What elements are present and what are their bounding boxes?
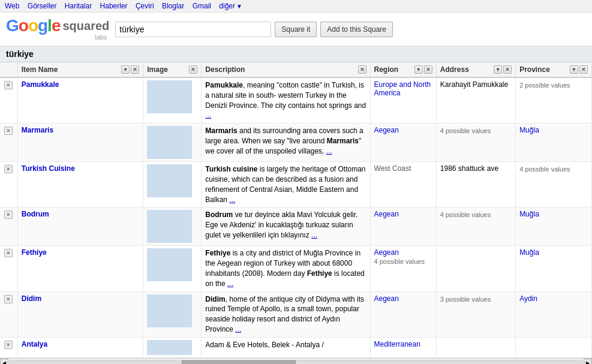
region-value[interactable]: Mediterranean: [374, 340, 420, 348]
nav-bloglar[interactable]: Bloglar: [162, 2, 184, 10]
th-province: Province ▼ ✕: [516, 62, 592, 77]
description-cell: Fethiye is a city and district of Muğla …: [202, 246, 370, 291]
possible-values[interactable]: 4 possible values: [374, 258, 432, 265]
row-delete-button[interactable]: ✕: [4, 165, 13, 173]
item-name-bold: Pamukkale: [205, 81, 243, 89]
description-more-link[interactable]: ...: [227, 279, 233, 288]
image-cell: [143, 162, 202, 207]
possible-values[interactable]: 4 possible values: [440, 127, 512, 134]
possible-values[interactable]: 3 possible values: [440, 296, 512, 303]
possible-values[interactable]: 4 possible values: [440, 211, 512, 218]
th-item-name: Item Name ▼ ✕: [17, 62, 143, 77]
region-cell: Mediterranean: [370, 337, 436, 357]
nav-ceviri[interactable]: Çeviri: [136, 2, 154, 10]
province-value[interactable]: Muğla: [519, 126, 539, 134]
region-cell: Aegean: [370, 291, 436, 337]
logo-labs: labs: [95, 34, 107, 41]
province-cell: Aydin: [516, 291, 592, 337]
row-delete-button[interactable]: ✕: [4, 249, 13, 257]
th-address-label: Address: [440, 65, 469, 74]
th-address: Address ▼ ✕: [436, 62, 515, 77]
logo-google: Google: [6, 17, 60, 34]
region-value[interactable]: Aegean: [374, 126, 399, 134]
item-name-remove-icon[interactable]: ✕: [131, 65, 139, 74]
province-remove-icon[interactable]: ✕: [579, 65, 588, 74]
item-image: [147, 294, 192, 327]
table-header-row: Item Name ▼ ✕ Image ✕ Description ✕: [0, 62, 592, 77]
region-sort-icon[interactable]: ▼: [414, 65, 423, 74]
region-value[interactable]: Europe and North America: [374, 80, 431, 97]
nav-web[interactable]: Web: [5, 2, 19, 10]
description-more-link[interactable]: ...: [326, 147, 332, 155]
row-delete-button[interactable]: ✕: [4, 210, 13, 219]
region-value[interactable]: Aegean: [374, 210, 399, 218]
scroll-left-button[interactable]: ◀: [0, 359, 8, 364]
item-name-sort-icon[interactable]: ▼: [121, 65, 130, 74]
region-value[interactable]: Aegean: [374, 248, 399, 257]
description-text: Pamukkale, meaning "cotton castle" in Tu…: [205, 81, 366, 119]
address-cell: Karahayit Pamukkale: [436, 77, 515, 124]
region-cell: Europe and North America: [370, 77, 436, 124]
item-name-cell[interactable]: Didim: [17, 291, 143, 337]
row-delete-button[interactable]: ✕: [4, 81, 13, 89]
address-cell: [436, 246, 515, 291]
table-row: ✕ Antalya Adam & Eve Hotels, Belek - Ant…: [0, 337, 592, 357]
region-cell: West Coast: [370, 162, 436, 207]
possible-values[interactable]: 4 possible values: [519, 166, 588, 173]
row-delete-button[interactable]: ✕: [4, 127, 13, 135]
row-delete-button[interactable]: ✕: [4, 295, 13, 303]
description-more-link[interactable]: ...: [205, 111, 211, 119]
address-sort-icon[interactable]: ▼: [494, 65, 502, 74]
address-remove-icon[interactable]: ✕: [503, 65, 512, 74]
description-cell: Marmaris and its surrounding area covers…: [202, 124, 370, 162]
search-input[interactable]: [115, 22, 271, 37]
item-name-cell[interactable]: Pamukkale: [17, 77, 143, 124]
description-cell: Didim, home of the antique city of Didym…: [202, 291, 370, 337]
horizontal-scrollbar: ◀ ▶: [0, 358, 592, 364]
possible-values[interactable]: 2 possible values: [519, 82, 588, 89]
nav-gorseller[interactable]: Görseller: [28, 2, 57, 10]
row-delete-cell: ✕: [0, 246, 17, 291]
description-more-link[interactable]: ...: [235, 325, 241, 333]
table-row: ✕ Turkish Cuisine Turkish cuisine is lar…: [0, 162, 592, 207]
image-cell: [143, 124, 202, 162]
item-name-cell[interactable]: Bodrum: [17, 207, 143, 246]
scroll-thumb[interactable]: [182, 360, 296, 364]
province-cell: Muğla: [516, 207, 592, 246]
scroll-right-button[interactable]: ▶: [584, 359, 592, 364]
row-delete-cell: ✕: [0, 124, 17, 162]
item-name-bold: Didim: [205, 295, 225, 303]
scroll-track[interactable]: [10, 360, 582, 364]
item-image: [147, 248, 192, 281]
province-value[interactable]: Muğla: [519, 210, 539, 218]
region-remove-icon[interactable]: ✕: [424, 65, 432, 74]
description-more-link[interactable]: ...: [311, 231, 317, 239]
item-name-cell[interactable]: Marmaris: [17, 124, 143, 162]
item-name-cell[interactable]: Antalya: [17, 337, 143, 357]
row-delete-button[interactable]: ✕: [4, 341, 13, 349]
nav-diger[interactable]: diğer ▼: [219, 2, 242, 10]
table-row: ✕ Bodrum Bodrum ve tur deyince akla Mavi…: [0, 207, 592, 246]
item-name-bold: Bodrum: [205, 210, 233, 219]
item-name-bold: Turkish cuisine: [205, 165, 257, 173]
logo-area: Google squared labs: [6, 17, 109, 41]
nav-haberler[interactable]: Haberler: [100, 2, 128, 10]
square-it-button[interactable]: Square it: [275, 22, 317, 37]
item-name-cell[interactable]: Turkish Cuisine: [17, 162, 143, 207]
description-more-link[interactable]: ...: [229, 195, 235, 204]
province-value[interactable]: Muğla: [519, 248, 539, 257]
region-value[interactable]: Aegean: [374, 294, 399, 303]
image-remove-icon[interactable]: ✕: [189, 65, 197, 74]
nav-haritalar[interactable]: Haritalar: [65, 2, 92, 10]
address-value: 1986 shattuck ave: [440, 164, 498, 173]
logo-squared: squared: [62, 20, 109, 32]
item-name-cell[interactable]: Fethiye: [17, 246, 143, 291]
item-name-bold: Fethiye: [205, 249, 230, 257]
add-to-square-button[interactable]: Add to this Square: [320, 22, 393, 37]
nav-gmail[interactable]: Gmail: [193, 2, 211, 10]
item-name-bold: Marmaris: [205, 127, 237, 135]
description-remove-icon[interactable]: ✕: [358, 65, 366, 74]
province-value[interactable]: Aydin: [519, 294, 537, 303]
province-sort-icon[interactable]: ▼: [570, 65, 578, 74]
th-region: Region ▼ ✕: [370, 62, 436, 77]
